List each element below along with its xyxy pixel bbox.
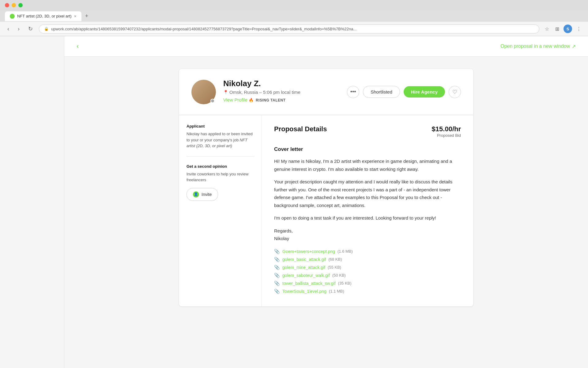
back-link[interactable]: ‹ bbox=[77, 42, 79, 50]
attachment-icon-1: 📎 bbox=[274, 249, 280, 254]
applicant-actions: ••• Shortlisted Hire Agency ♡ bbox=[347, 86, 461, 98]
refresh-button[interactable]: ↻ bbox=[26, 24, 35, 33]
profile-icon[interactable]: S bbox=[564, 25, 572, 33]
attachment-link-5[interactable]: tower_ballista_attack_sw.gif bbox=[282, 281, 336, 286]
two-col-layout: Applicant Nikolay has applied to or been… bbox=[179, 115, 473, 306]
url-text: upwork.com/ab/applicants/148065381599740… bbox=[51, 27, 356, 31]
invite-icon: 👤 bbox=[193, 191, 199, 197]
attachment-icon-3: 📎 bbox=[274, 265, 280, 270]
attachment-item: 📎 TowerSouls_1level.png (1.1 MB) bbox=[274, 289, 461, 294]
attachment-item: 📎 tower_ballista_attack_sw.gif (35 KB) bbox=[274, 281, 461, 286]
lock-icon: 🔒 bbox=[44, 27, 49, 31]
tab-bar: NFT artist (2D, 3D, or pixel art) × + bbox=[0, 10, 588, 22]
second-opinion-text: Invite coworkers to help you review free… bbox=[187, 171, 254, 183]
rising-talent-badge: 🔥 RISING TALENT bbox=[249, 98, 285, 102]
attachment-size-2: (68 KB) bbox=[328, 257, 342, 262]
applicant-info: Nikolay Z. 📍 Omsk, Russia – 5:06 pm loca… bbox=[223, 79, 340, 105]
page-content: ‹ Open proposal in a new window ↗ Nikola… bbox=[0, 36, 588, 368]
favorite-button[interactable]: ♡ bbox=[449, 86, 461, 98]
minimize-dot[interactable] bbox=[12, 3, 16, 7]
cover-letter-paragraph-2: Your project description caught my atten… bbox=[274, 178, 461, 209]
maximize-dot[interactable] bbox=[18, 3, 23, 7]
forward-button[interactable]: › bbox=[15, 25, 22, 33]
cover-letter-title: Cover letter bbox=[274, 146, 461, 152]
open-proposal-link[interactable]: Open proposal in a new window ↗ bbox=[500, 44, 576, 49]
attachment-link-1[interactable]: Goem+towers+concept.png bbox=[282, 249, 335, 254]
attachment-link-6[interactable]: TowerSouls_1level.png bbox=[282, 289, 326, 294]
back-button[interactable]: ‹ bbox=[5, 25, 12, 33]
hire-agency-button[interactable]: Hire Agency bbox=[404, 86, 445, 98]
active-tab[interactable]: NFT artist (2D, 3D, or pixel art) × bbox=[5, 11, 81, 21]
attachment-icon-2: 📎 bbox=[274, 257, 280, 262]
attachment-link-4[interactable]: golem_saboteur_walk.gif bbox=[282, 273, 330, 278]
main-area: ‹ Open proposal in a new window ↗ Nikola… bbox=[64, 36, 588, 368]
attachments: 📎 Goem+towers+concept.png (1.6 MB) 📎 gol… bbox=[274, 249, 461, 294]
open-proposal-label: Open proposal in a new window bbox=[500, 44, 570, 49]
menu-button[interactable]: ⋮ bbox=[575, 25, 583, 33]
cover-letter-regards: Regards,Nikolay bbox=[274, 227, 461, 243]
attachment-icon-6: 📎 bbox=[274, 289, 280, 294]
extensions-button[interactable]: ⊞ bbox=[553, 25, 561, 33]
bid-amount: $15.00/hr bbox=[432, 125, 461, 133]
applicant-description: Nikolay has applied to or been invited t… bbox=[187, 131, 254, 149]
second-opinion-label: Get a second opinion bbox=[187, 164, 254, 169]
attachment-link-3[interactable]: golem_mine_attack.gif bbox=[282, 265, 325, 270]
bid-label: Proposed Bid bbox=[432, 133, 461, 138]
applicant-name: Nikolay Z. bbox=[223, 79, 340, 88]
invite-button[interactable]: 👤 Invite bbox=[187, 188, 218, 201]
attachment-icon-4: 📎 bbox=[274, 273, 280, 278]
section-divider bbox=[187, 156, 254, 157]
bookmark-button[interactable]: ☆ bbox=[543, 25, 551, 33]
attachment-item: 📎 Goem+towers+concept.png (1.6 MB) bbox=[274, 249, 461, 254]
more-button[interactable]: ••• bbox=[347, 86, 359, 98]
tab-favicon bbox=[10, 14, 15, 19]
browser-frame: NFT artist (2D, 3D, or pixel art) × + ‹ … bbox=[0, 0, 588, 36]
bid-info: $15.00/hr Proposed Bid bbox=[432, 125, 461, 138]
attachment-size-3: (55 KB) bbox=[328, 265, 341, 270]
sidebar bbox=[0, 36, 64, 368]
external-link-icon: ↗ bbox=[572, 44, 576, 49]
applicant-header: Nikolay Z. 📍 Omsk, Russia – 5:06 pm loca… bbox=[179, 69, 473, 115]
right-panel: Proposal Details $15.00/hr Proposed Bid … bbox=[262, 115, 473, 306]
avatar-wrapper bbox=[191, 80, 216, 104]
attachment-item: 📎 golem_basic_attack.gif (68 KB) bbox=[274, 257, 461, 262]
rising-talent-icon: 🔥 bbox=[249, 98, 254, 102]
left-panel: Applicant Nikolay has applied to or been… bbox=[179, 115, 262, 306]
attachment-icon-5: 📎 bbox=[274, 281, 280, 286]
cover-letter-paragraph-3: I'm open to doing a test task if you are… bbox=[274, 214, 461, 222]
cover-letter-paragraph-1: Hi! My name is Nikolay, I'm a 2D artist … bbox=[274, 157, 461, 173]
attachment-size-1: (1.6 MB) bbox=[337, 249, 353, 254]
shortlist-button[interactable]: Shortlisted bbox=[363, 86, 400, 98]
address-bar: ‹ › ↻ 🔒 upwork.com/ab/applicants/1480653… bbox=[0, 22, 588, 36]
attachment-size-5: (35 KB) bbox=[338, 281, 352, 286]
view-profile-link[interactable]: View Profile bbox=[223, 97, 247, 102]
tab-title: NFT artist (2D, 3D, or pixel art) bbox=[17, 14, 71, 18]
top-bar: ‹ Open proposal in a new window ↗ bbox=[64, 36, 588, 57]
attachment-size-6: (1.1 MB) bbox=[329, 289, 344, 293]
toolbar-actions: ☆ ⊞ S ⋮ bbox=[543, 25, 583, 33]
proposal-details-title: Proposal Details bbox=[274, 125, 327, 133]
titlebar bbox=[0, 0, 588, 10]
attachment-link-2[interactable]: golem_basic_attack.gif bbox=[282, 257, 326, 262]
attachment-item: 📎 golem_mine_attack.gif (55 KB) bbox=[274, 265, 461, 270]
invite-label: Invite bbox=[202, 192, 212, 197]
address-input[interactable]: 🔒 upwork.com/ab/applicants/1480653815997… bbox=[39, 25, 539, 33]
applicant-section-label: Applicant bbox=[187, 124, 254, 128]
new-tab-button[interactable]: + bbox=[81, 10, 92, 22]
location-icon: 📍 bbox=[223, 90, 228, 94]
avatar-status bbox=[210, 99, 215, 103]
attachment-size-4: (50 KB) bbox=[332, 273, 346, 278]
bid-row: Proposal Details $15.00/hr Proposed Bid bbox=[274, 125, 461, 138]
applicant-location: 📍 Omsk, Russia – 5:06 pm local time bbox=[223, 90, 340, 95]
close-dot[interactable] bbox=[5, 3, 9, 7]
attachment-item: 📎 golem_saboteur_walk.gif (50 KB) bbox=[274, 273, 461, 278]
proposal-card: Nikolay Z. 📍 Omsk, Russia – 5:06 pm loca… bbox=[179, 69, 473, 306]
rising-talent-label: RISING TALENT bbox=[256, 98, 286, 102]
tab-close-button[interactable]: × bbox=[74, 14, 76, 19]
location-text: Omsk, Russia – 5:06 pm local time bbox=[229, 90, 300, 95]
